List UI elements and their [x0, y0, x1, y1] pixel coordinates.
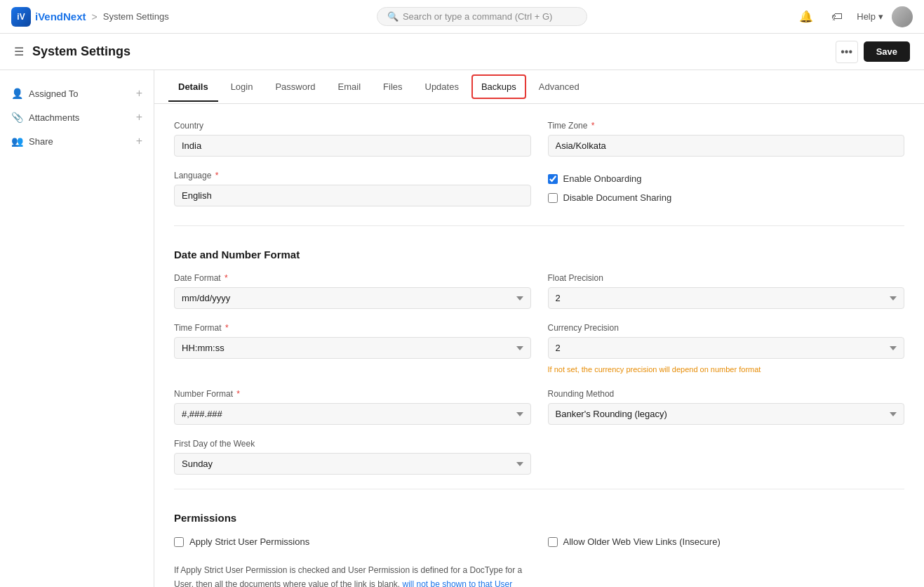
sidebar-item-assigned-to[interactable]: 👤 Assigned To +: [0, 81, 154, 105]
timezone-input[interactable]: [548, 135, 905, 157]
float-precision-label: Float Precision: [548, 273, 905, 283]
float-precision-group: Float Precision 2345: [548, 273, 905, 309]
country-label: Country: [174, 121, 531, 131]
enable-onboarding-label[interactable]: Enable Onboarding: [563, 173, 642, 184]
permissions-note: If Apply Strict User Permission is check…: [174, 564, 531, 587]
search-placeholder: Search or type a command (Ctrl + G): [403, 11, 553, 22]
timezone-group: Time Zone *: [548, 121, 905, 157]
tab-login[interactable]: Login: [221, 73, 263, 102]
help-button[interactable]: Help ▾: [857, 11, 883, 22]
number-format-select-wrapper: #,###.### #.###,###: [174, 403, 531, 425]
permissions-section-header: Permissions: [174, 506, 904, 524]
layout: 👤 Assigned To + 📎 Attachments + 👥 Share …: [0, 70, 924, 587]
attachments-add-icon[interactable]: +: [136, 111, 142, 124]
logo-icon: iV: [11, 7, 31, 27]
allow-older-links-label[interactable]: Allow Older Web View Links (Insecure): [563, 536, 721, 547]
tab-files[interactable]: Files: [373, 73, 412, 102]
date-format-select[interactable]: mm/dd/yyyy dd/mm/yyyy yyyy-mm-dd: [174, 287, 531, 309]
page-header: ☰ System Settings ••• Save: [0, 34, 924, 70]
time-format-select[interactable]: HH:mm:ss hh:mm:ss: [174, 337, 531, 359]
date-format-group: Date Format * mm/dd/yyyy dd/mm/yyyy yyyy…: [174, 273, 531, 309]
section-divider-2: [174, 489, 904, 489]
chevron-down-icon: ▾: [878, 11, 883, 22]
help-label: Help: [857, 11, 876, 22]
avatar[interactable]: [892, 6, 913, 27]
time-format-select-wrapper: HH:mm:ss hh:mm:ss: [174, 337, 531, 359]
currency-precision-select-wrapper: 234: [548, 337, 905, 359]
permissions-link: will not be shown to that User: [403, 579, 513, 587]
enable-onboarding-group: Enable Onboarding: [548, 173, 905, 184]
date-number-section-header: Date and Number Format: [174, 243, 904, 260]
sidebar-item-share[interactable]: 👥 Share +: [0, 129, 154, 153]
page-header-right: ••• Save: [836, 41, 910, 63]
date-format-label: Date Format *: [174, 273, 531, 283]
country-timezone-row: Country Time Zone *: [174, 121, 904, 157]
number-format-select[interactable]: #,###.### #.###,###: [174, 403, 531, 425]
first-day-select-wrapper: Sunday Monday: [174, 453, 531, 475]
first-day-select[interactable]: Sunday Monday: [174, 453, 531, 475]
nav-right: 🔔 🏷 Help ▾: [795, 6, 913, 28]
app-name: iVendNext: [35, 11, 86, 22]
language-options-row: Language * Enable Onboarding Disable Doc…: [174, 171, 904, 211]
rounding-method-select[interactable]: Banker's Rounding (legacy) Commercial Ro…: [548, 403, 905, 425]
page-title: System Settings: [32, 44, 130, 59]
notifications-icon[interactable]: 🔔: [795, 6, 817, 28]
number-rounding-row: Number Format * #,###.### #.###,### Roun…: [174, 389, 904, 425]
rounding-method-select-wrapper: Banker's Rounding (legacy) Commercial Ro…: [548, 403, 905, 425]
tabs: Details Login Password Email Files Updat…: [154, 70, 924, 104]
currency-precision-group: Currency Precision 234 If not set, the c…: [548, 323, 905, 375]
attachments-label: Attachments: [29, 112, 79, 123]
tab-backups[interactable]: Backups: [471, 74, 526, 99]
strict-user-perms-checkbox[interactable]: [174, 537, 184, 547]
breadcrumb-sep: >: [92, 11, 98, 22]
disable-doc-sharing-checkbox[interactable]: [548, 193, 558, 203]
enable-onboarding-checkbox[interactable]: [548, 174, 558, 184]
disable-doc-sharing-label[interactable]: Disable Document Sharing: [563, 192, 672, 203]
save-button[interactable]: Save: [864, 41, 910, 62]
currency-precision-label: Currency Precision: [548, 323, 905, 333]
strict-user-perms-group: Apply Strict User Permissions If Apply S…: [174, 536, 531, 587]
country-input[interactable]: [174, 135, 531, 157]
first-day-group: First Day of the Week Sunday Monday: [174, 439, 531, 475]
strict-user-perms-label[interactable]: Apply Strict User Permissions: [189, 536, 309, 547]
allow-older-links-checkbox[interactable]: [548, 537, 558, 547]
breadcrumb-current[interactable]: System Settings: [103, 11, 169, 22]
attachments-icon: 📎: [11, 112, 23, 123]
time-format-label: Time Format *: [174, 323, 531, 333]
language-label: Language *: [174, 171, 531, 180]
share-label: Share: [29, 136, 53, 147]
options-group: Enable Onboarding Disable Document Shari…: [548, 171, 905, 211]
assigned-to-add-icon[interactable]: +: [136, 87, 142, 100]
section-divider-1: [174, 225, 904, 226]
tags-icon[interactable]: 🏷: [826, 6, 848, 28]
assigned-to-icon: 👤: [11, 88, 23, 99]
search-icon: 🔍: [387, 11, 399, 22]
assigned-to-label: Assigned To: [29, 88, 79, 99]
nav-left: iV iVendNext > System Settings: [11, 7, 169, 27]
top-nav: iV iVendNext > System Settings 🔍 Search …: [0, 0, 924, 34]
first-day-row: First Day of the Week Sunday Monday: [174, 439, 904, 475]
tab-email[interactable]: Email: [328, 73, 371, 102]
float-precision-select[interactable]: 2345: [548, 287, 905, 309]
strict-user-perms-checkbox-group: Apply Strict User Permissions: [174, 536, 531, 547]
tab-details[interactable]: Details: [168, 73, 218, 102]
tab-updates[interactable]: Updates: [415, 73, 469, 102]
tab-advanced[interactable]: Advanced: [529, 73, 589, 102]
number-format-group: Number Format * #,###.### #.###,###: [174, 389, 531, 425]
avatar-image: [892, 6, 913, 27]
sidebar-item-attachments[interactable]: 📎 Attachments +: [0, 105, 154, 129]
time-format-group: Time Format * HH:mm:ss hh:mm:ss: [174, 323, 531, 375]
tab-password[interactable]: Password: [265, 73, 325, 102]
logo[interactable]: iV iVendNext: [11, 7, 86, 27]
hamburger-icon[interactable]: ☰: [14, 45, 24, 58]
more-button[interactable]: •••: [836, 41, 858, 63]
language-input[interactable]: [174, 185, 531, 206]
share-add-icon[interactable]: +: [136, 135, 142, 147]
first-day-label: First Day of the Week: [174, 439, 531, 449]
allow-older-links-checkbox-group: Allow Older Web View Links (Insecure): [548, 536, 905, 547]
currency-precision-select[interactable]: 234: [548, 337, 905, 359]
date-format-select-wrapper: mm/dd/yyyy dd/mm/yyyy yyyy-mm-dd: [174, 287, 531, 309]
allow-older-links-group: Allow Older Web View Links (Insecure): [548, 536, 905, 587]
search-bar[interactable]: 🔍 Search or type a command (Ctrl + G): [377, 7, 587, 26]
timezone-label: Time Zone *: [548, 121, 905, 131]
